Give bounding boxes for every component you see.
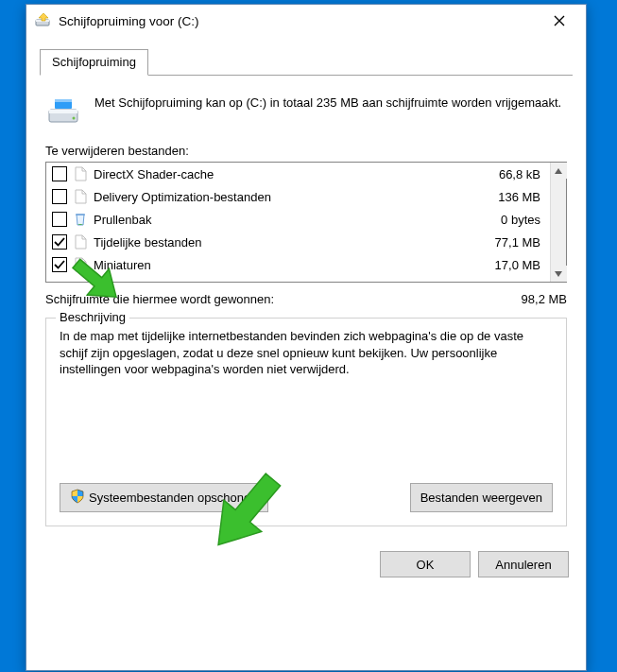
files-label: Te verwijderen bestanden: — [45, 144, 567, 158]
clean-system-files-button[interactable]: Systeembestanden opschonen — [60, 483, 268, 512]
window-title: Schijfopruiming voor (C:) — [59, 14, 199, 28]
file-name: DirectX Shader-cache — [94, 167, 472, 181]
intro-row: Met Schijfopruiming kan op (C:) in totaa… — [45, 93, 567, 130]
close-button[interactable] — [540, 8, 578, 34]
shield-icon — [70, 489, 85, 507]
list-item[interactable]: Tijdelijke bestanden77,1 MB — [46, 231, 550, 253]
svg-rect-3 — [49, 110, 77, 113]
ok-button[interactable]: OK — [380, 551, 471, 577]
view-files-label: Bestanden weergeven — [420, 491, 542, 505]
cancel-button[interactable]: Annuleren — [478, 551, 569, 577]
file-size: 0 bytes — [478, 213, 544, 227]
file-size: 136 MB — [478, 190, 544, 204]
file-icon — [73, 233, 88, 250]
file-name: Miniaturen — [94, 258, 472, 272]
description-fieldset: Beschrijving In de map met tijdelijke in… — [45, 318, 567, 526]
tab-disk-cleanup[interactable]: Schijfopruiming — [40, 49, 148, 76]
description-text: In de map met tijdelijke internetbestand… — [60, 328, 553, 470]
svg-rect-6 — [55, 99, 72, 102]
file-size: 77,1 MB — [478, 235, 544, 250]
file-size: 66,8 kB — [478, 167, 544, 181]
scroll-down-button[interactable] — [551, 266, 567, 282]
list-item[interactable]: Miniaturen17,0 MB — [46, 253, 550, 276]
description-legend: Beschrijving — [56, 310, 129, 324]
file-size: 17,0 MB — [478, 258, 544, 272]
file-list: DirectX Shader-cache66,8 kBDelivery Opti… — [45, 162, 567, 283]
file-name: Delivery Optimization-bestanden — [94, 190, 472, 204]
tabstrip: Schijfopruiming — [40, 48, 573, 76]
file-icon — [73, 165, 88, 182]
scroll-up-button[interactable] — [551, 163, 567, 179]
file-name: Prullenbak — [94, 213, 472, 227]
checkbox[interactable] — [52, 257, 67, 272]
intro-text: Met Schijfopruiming kan op (C:) in totaa… — [94, 93, 561, 130]
drive-icon — [45, 93, 83, 130]
disk-cleanup-dialog: Schijfopruiming voor (C:) Schijfopruimin… — [26, 4, 587, 671]
file-icon — [73, 188, 88, 205]
checkbox[interactable] — [52, 166, 67, 181]
gain-label: Schijfruimte die hiermee wordt gewonnen: — [45, 292, 274, 306]
recycle-bin-icon — [73, 211, 88, 228]
file-icon — [73, 256, 88, 273]
gain-value: 98,2 MB — [522, 292, 567, 306]
file-name: Tijdelijke bestanden — [94, 235, 472, 250]
checkbox[interactable] — [52, 234, 67, 250]
svg-point-4 — [73, 117, 76, 120]
gain-row: Schijfruimte die hiermee wordt gewonnen:… — [45, 292, 567, 306]
clean-system-files-label: Systeembestanden opschonen — [89, 491, 258, 505]
list-item[interactable]: Delivery Optimization-bestanden136 MB — [46, 185, 550, 208]
drive-cleanup-icon — [34, 11, 53, 30]
view-files-button[interactable]: Bestanden weergeven — [410, 483, 553, 512]
checkbox[interactable] — [52, 189, 67, 204]
list-item[interactable]: Prullenbak0 bytes — [46, 208, 550, 231]
titlebar[interactable]: Schijfopruiming voor (C:) — [26, 5, 586, 37]
list-item[interactable]: DirectX Shader-cache66,8 kB — [46, 163, 550, 185]
checkbox[interactable] — [52, 212, 67, 227]
scrollbar[interactable] — [550, 163, 566, 282]
